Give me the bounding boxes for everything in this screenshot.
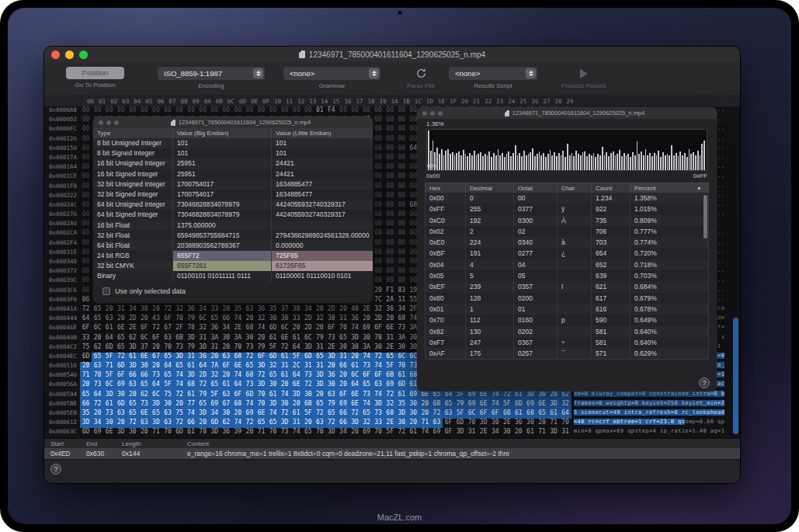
byte-cell[interactable]: 00 xyxy=(396,249,408,258)
byte-cell[interactable]: 71 xyxy=(548,419,560,428)
byte-cell[interactable]: 71 xyxy=(419,419,431,428)
byte-cell[interactable]: 62 xyxy=(221,419,232,428)
byte-cell[interactable]: 63 xyxy=(221,353,232,362)
byte-cell[interactable]: 74 xyxy=(232,315,244,324)
byte-cell[interactable]: 20 xyxy=(419,400,431,409)
byte-cell[interactable]: 6E xyxy=(115,324,127,333)
byte-cell[interactable]: 68 xyxy=(232,400,244,409)
byte-cell[interactable]: 6D xyxy=(454,419,466,428)
byte-cell[interactable]: 74 xyxy=(186,409,197,419)
byte-cell[interactable]: 3A xyxy=(361,343,373,353)
byte-cell[interactable]: 20 xyxy=(361,315,373,324)
byte-cell[interactable]: 72 xyxy=(349,409,360,419)
byte-cell[interactable]: 63 xyxy=(138,419,150,428)
byte-cell[interactable]: 00 xyxy=(373,267,384,276)
statistics-row[interactable]: 0x8012802006170.679% xyxy=(426,293,708,304)
byte-cell[interactable]: 71 xyxy=(255,428,267,437)
byte-cell[interactable]: 61 xyxy=(524,428,536,437)
byte-cell[interactable]: 79 xyxy=(325,400,337,409)
byte-cell[interactable]: 00 xyxy=(138,106,150,116)
byte-cell[interactable]: 65 xyxy=(536,409,547,419)
byte-cell[interactable]: 5F xyxy=(501,400,512,409)
byte-cell[interactable]: 30 xyxy=(536,391,547,400)
byte-cell[interactable]: 37 xyxy=(138,343,150,353)
byte-cell[interactable]: 6E xyxy=(536,400,547,409)
byte-cell[interactable]: 2E xyxy=(127,324,138,333)
byte-cell[interactable]: 6B xyxy=(501,409,512,419)
byte-cell[interactable]: 00 xyxy=(396,258,408,267)
byte-cell[interactable]: 6F xyxy=(337,391,349,400)
byte-cell[interactable]: 6D xyxy=(80,428,92,437)
byte-cell[interactable]: 64 xyxy=(290,343,302,353)
byte-cell[interactable]: 3D xyxy=(478,419,489,428)
byte-cell[interactable]: 30 xyxy=(290,305,302,315)
byte-cell[interactable]: 67 xyxy=(221,400,232,409)
byte-cell[interactable]: 68 xyxy=(524,409,536,419)
byte-cell[interactable]: 20 xyxy=(290,324,302,333)
byte-cell[interactable]: 3D xyxy=(548,400,560,409)
byte-cell[interactable]: 00 xyxy=(396,106,408,116)
byte-cell[interactable]: 5F xyxy=(302,409,314,419)
byte-cell[interactable]: 31 xyxy=(279,362,290,371)
byte-cell[interactable]: 6B xyxy=(174,334,186,343)
byte-cell[interactable]: 2D xyxy=(373,315,384,324)
byte-cell[interactable]: 36 xyxy=(512,419,524,428)
process-results-button[interactable] xyxy=(580,67,588,80)
byte-cell[interactable]: 63 xyxy=(325,391,337,400)
byte-cell[interactable]: 00 xyxy=(232,106,244,116)
byte-cell[interactable]: 00 xyxy=(373,210,384,220)
byte-cell[interactable]: 70 xyxy=(162,343,173,353)
byte-cell[interactable]: 20 xyxy=(314,324,325,333)
byte-cell[interactable]: 72 xyxy=(197,381,209,390)
byte-cell[interactable]: 69 xyxy=(209,400,221,409)
byte-cell[interactable]: 72 xyxy=(325,419,337,428)
byte-cell[interactable]: 31 xyxy=(466,428,478,437)
byte-cell[interactable]: 00 xyxy=(373,125,384,134)
byte-cell[interactable]: 79 xyxy=(186,315,197,324)
byte-cell[interactable]: 72 xyxy=(373,353,384,362)
byte-cell[interactable]: 5F xyxy=(209,391,221,400)
byte-cell[interactable]: 3D xyxy=(209,428,221,437)
byte-cell[interactable]: 32 xyxy=(560,400,571,409)
byte-cell[interactable]: 34 xyxy=(221,324,232,333)
byte-cell[interactable]: 2E xyxy=(232,324,244,333)
byte-cell[interactable]: 67 xyxy=(162,324,173,333)
byte-cell[interactable]: 20 xyxy=(127,391,138,400)
parse-file-button[interactable] xyxy=(415,67,427,80)
byte-cell[interactable]: 72 xyxy=(162,305,173,315)
byte-cell[interactable]: 72 xyxy=(174,391,186,400)
byte-cell[interactable]: 6D xyxy=(174,428,186,437)
byte-cell[interactable]: 2D xyxy=(325,305,337,315)
byte-cell[interactable]: 00 xyxy=(80,201,92,210)
byte-cell[interactable]: 61 xyxy=(186,391,197,400)
byte-cell[interactable]: 6C xyxy=(279,324,290,333)
byte-cell[interactable]: 20 xyxy=(138,428,150,437)
byte-cell[interactable]: 3D xyxy=(349,334,360,343)
byte-cell[interactable]: 63 xyxy=(443,409,454,419)
byte-cell[interactable]: 32 xyxy=(361,419,373,428)
byte-cell[interactable]: 30 xyxy=(396,343,408,353)
byte-cell[interactable]: 68 xyxy=(186,381,197,390)
byte-cell[interactable]: 00 xyxy=(373,183,384,192)
byte-cell[interactable]: 00 xyxy=(384,249,396,258)
byte-cell[interactable]: 66 xyxy=(127,371,138,381)
byte-cell[interactable]: 20 xyxy=(150,343,162,353)
byte-cell[interactable]: 6E xyxy=(478,400,489,409)
byte-cell[interactable]: 3D xyxy=(127,362,138,371)
byte-cell[interactable]: 36 xyxy=(325,371,337,381)
byte-cell[interactable]: 37 xyxy=(279,305,290,315)
byte-cell[interactable]: 61 xyxy=(186,428,197,437)
close-button[interactable] xyxy=(422,111,427,116)
byte-cell[interactable]: 6B xyxy=(384,371,396,381)
byte-cell[interactable]: 34 xyxy=(302,305,314,315)
byte-cell[interactable]: 61 xyxy=(267,391,279,400)
byte-cell[interactable]: 71 xyxy=(80,371,92,381)
byte-cell[interactable]: 74 xyxy=(489,400,501,409)
byte-cell[interactable]: 72 xyxy=(80,305,92,315)
byte-cell[interactable]: 73 xyxy=(174,343,186,353)
byte-cell[interactable]: 00 xyxy=(290,106,302,116)
byte-cell[interactable]: 00 xyxy=(384,135,396,144)
byte-cell[interactable]: 62 xyxy=(138,391,150,400)
byte-cell[interactable]: 61 xyxy=(127,353,138,362)
byte-cell[interactable]: 6C xyxy=(92,324,103,333)
